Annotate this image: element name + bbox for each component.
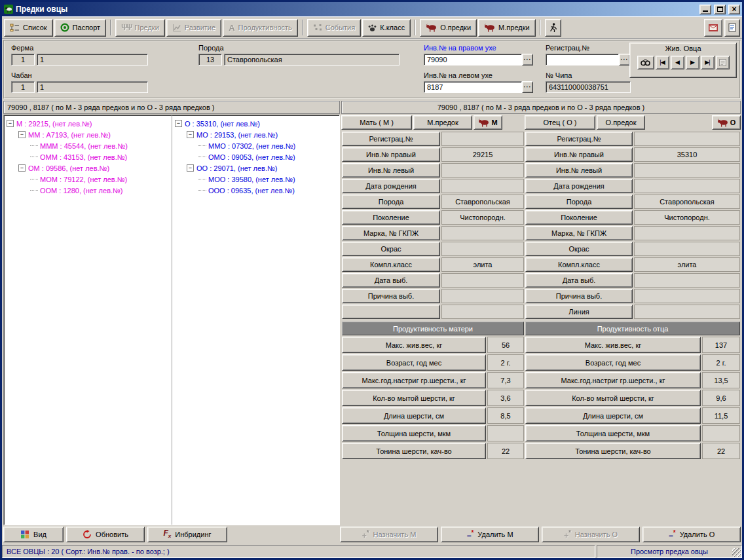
tree-node[interactable]: −О : 35310, (нет лев.№) bbox=[172, 118, 339, 129]
tree-collapse-icon[interactable]: − bbox=[7, 120, 14, 127]
tree-collapse-icon[interactable]: − bbox=[175, 120, 182, 127]
shepherd-code-field[interactable]: 1 bbox=[11, 81, 35, 93]
pedigree-label-cell[interactable]: Окрас bbox=[525, 242, 633, 256]
tree-collapse-icon[interactable]: − bbox=[187, 131, 194, 138]
pedigree-label-cell[interactable]: Компл.класс bbox=[525, 257, 633, 272]
pedigree-label-cell[interactable]: Дата рождения bbox=[525, 179, 633, 193]
father-header-button[interactable]: Отец ( О ) bbox=[525, 115, 595, 130]
minimize-button[interactable] bbox=[699, 5, 711, 14]
pedigree-label-cell[interactable]: Регистрац.№ bbox=[525, 132, 633, 146]
pedigree-label-cell[interactable]: Инв.№ левый bbox=[525, 163, 633, 177]
breed-name-field[interactable]: Ставропольская bbox=[224, 54, 400, 65]
right-ear-field[interactable]: 79090 bbox=[424, 54, 522, 65]
toolbar-button-events[interactable]: События bbox=[307, 19, 361, 37]
productivity-label-cell[interactable]: Возраст, год мес bbox=[525, 354, 701, 371]
bottom-button-view[interactable]: Вид bbox=[3, 527, 64, 542]
pedigree-label-cell[interactable]: Линия bbox=[525, 305, 633, 319]
nav-next-button[interactable]: ▶ bbox=[686, 56, 699, 69]
reg-number-field[interactable] bbox=[546, 54, 619, 65]
productivity-label-cell[interactable]: Кол-во мытой шерсти, кг bbox=[525, 390, 701, 406]
tree-node[interactable]: −М : 29215, (нет лев.№) bbox=[4, 118, 172, 129]
productivity-label-cell[interactable]: Длина шерсти, см bbox=[342, 407, 486, 424]
toolbar-button-father-ancestors[interactable]: О.предки bbox=[420, 19, 477, 37]
left-ear-browse-button[interactable]: ··· bbox=[522, 81, 533, 93]
pedigree-label-cell[interactable]: Дата рождения bbox=[342, 179, 440, 193]
pedigree-label-cell[interactable]: Инв.№ левый bbox=[342, 163, 440, 177]
mother-header-button[interactable]: Мать ( М ) bbox=[341, 115, 412, 130]
toolbar-button-class[interactable]: К.класс bbox=[362, 19, 411, 37]
pedigree-label-cell[interactable]: Порода bbox=[342, 195, 440, 209]
toolbar-button-list[interactable]: Список bbox=[4, 19, 53, 37]
tree-collapse-icon[interactable]: − bbox=[18, 131, 26, 138]
productivity-label-cell[interactable]: Макс. жив.вес, кг bbox=[525, 337, 701, 353]
tree-node[interactable]: МОМ : 79122, (нет лев.№) bbox=[4, 174, 172, 185]
pedigree-label-cell[interactable]: Дата выб. bbox=[342, 273, 440, 288]
pedigree-label-cell[interactable] bbox=[342, 305, 440, 319]
bottom-button-refresh[interactable]: Обновить bbox=[66, 527, 145, 542]
pedigree-label-cell[interactable]: Дата выб. bbox=[525, 273, 633, 288]
breed-code-field[interactable]: 13 bbox=[198, 54, 222, 65]
productivity-label-cell[interactable]: Тонина шерсти, кач-во bbox=[525, 443, 701, 459]
pedigree-label-cell[interactable]: Порода bbox=[525, 195, 633, 209]
shepherd-name-field[interactable]: 1 bbox=[37, 81, 148, 93]
reg-number-browse-button[interactable]: ··· bbox=[619, 54, 630, 65]
toolbar-button-productivity[interactable]: AПродуктивность bbox=[223, 19, 298, 37]
mother-ancestor-button[interactable]: М.предок bbox=[413, 115, 472, 130]
left-ear-field[interactable]: 8187 bbox=[424, 81, 522, 93]
tree-node[interactable]: −ОО : 29071, (нет лев.№) bbox=[172, 162, 339, 174]
bottom-button-remove-m[interactable]: −*Удалить М bbox=[441, 527, 539, 542]
close-button[interactable]: × bbox=[728, 5, 740, 14]
nav-last-button[interactable]: ▶| bbox=[701, 56, 715, 69]
toolbar-button-ancestors[interactable]: ΨΨПредки bbox=[115, 19, 165, 37]
toolbar-button-report[interactable] bbox=[724, 19, 740, 37]
tree-collapse-icon[interactable]: − bbox=[187, 164, 194, 172]
toolbar-button-passport[interactable]: Паспорт bbox=[54, 19, 107, 37]
maximize-button[interactable] bbox=[714, 5, 726, 14]
tree-collapse-icon[interactable]: − bbox=[18, 164, 26, 172]
tree-node[interactable]: ООО : 09635, (нет лев.№) bbox=[172, 185, 339, 196]
productivity-label-cell[interactable]: Толщина шерсти, мкм bbox=[342, 425, 486, 441]
pedigree-label-cell[interactable]: Причина выб. bbox=[525, 289, 633, 303]
tree-node[interactable]: −ОМ : 09586, (нет лев.№) bbox=[4, 162, 172, 174]
chip-number-field[interactable]: 643110000038751 bbox=[546, 81, 631, 93]
search-button[interactable] bbox=[637, 56, 654, 69]
pedigree-label-cell[interactable]: Компл.класс bbox=[342, 257, 440, 272]
mother-show-button[interactable]: М bbox=[474, 115, 502, 130]
productivity-label-cell[interactable]: Макс. жив.вес, кг bbox=[342, 337, 486, 353]
right-ear-browse-button[interactable]: ··· bbox=[522, 54, 533, 65]
pedigree-label-cell[interactable]: Марка, № ГКПЖ bbox=[342, 226, 440, 240]
title-bar[interactable]: Предки овцы × bbox=[2, 2, 742, 16]
productivity-label-cell[interactable]: Длина шерсти, см bbox=[525, 407, 701, 424]
pedigree-label-cell[interactable]: Марка, № ГКПЖ bbox=[525, 226, 633, 240]
pedigree-label-cell[interactable]: Поколение bbox=[525, 210, 633, 225]
productivity-label-cell[interactable]: Возраст, год мес bbox=[342, 354, 486, 371]
pedigree-label-cell[interactable]: Регистрац.№ bbox=[342, 132, 440, 146]
tree-node[interactable]: ММО : 07302, (нет лев.№) bbox=[172, 140, 339, 151]
pedigree-label-cell[interactable]: Инв.№ правый bbox=[342, 147, 440, 162]
productivity-label-cell[interactable]: Макс.год.настриг гр.шерсти., кг bbox=[342, 372, 486, 388]
father-ancestor-button[interactable]: О.предок bbox=[597, 115, 645, 130]
bottom-button-remove-o[interactable]: −*Удалить О bbox=[642, 527, 741, 542]
tree-node[interactable]: ООМ : 1280, (нет лев.№) bbox=[4, 185, 172, 196]
tree-node[interactable]: −МО : 29153, (нет лев.№) bbox=[172, 129, 339, 140]
tree-node[interactable]: ОММ : 43153, (нет лев.№) bbox=[4, 151, 172, 162]
toolbar-button-mail[interactable] bbox=[704, 19, 722, 37]
toolbar-button-mother-ancestors[interactable]: М.предки bbox=[478, 19, 536, 37]
productivity-label-cell[interactable]: Макс.год.настриг гр.шерсти., кг bbox=[525, 372, 701, 388]
nav-first-button[interactable]: |◀ bbox=[656, 56, 669, 69]
tree-node[interactable]: МОО : 39580, (нет лев.№) bbox=[172, 174, 339, 185]
toolbar-button-exit[interactable] bbox=[545, 19, 561, 37]
father-show-button[interactable]: О bbox=[712, 115, 741, 130]
pedigree-label-cell[interactable]: Окрас bbox=[342, 242, 440, 256]
pedigree-label-cell[interactable]: Причина выб. bbox=[342, 289, 440, 303]
bottom-button-assign-m[interactable]: +*Назначить М bbox=[340, 527, 438, 542]
tree-node[interactable]: МММ : 45544, (нет лев.№) bbox=[4, 140, 172, 151]
productivity-label-cell[interactable]: Тонина шерсти, кач-во bbox=[342, 443, 486, 459]
resize-grip-icon[interactable] bbox=[732, 548, 741, 557]
farm-code-field[interactable]: 1 bbox=[11, 54, 35, 65]
pedigree-label-cell[interactable]: Инв.№ правый bbox=[525, 147, 633, 162]
bottom-button-assign-o[interactable]: +*Назначить О bbox=[542, 527, 640, 542]
farm-name-field[interactable]: 1 bbox=[37, 54, 148, 65]
productivity-label-cell[interactable]: Толщина шерсти, мкм bbox=[525, 425, 701, 441]
nav-prev-button[interactable]: ◀ bbox=[671, 56, 684, 69]
